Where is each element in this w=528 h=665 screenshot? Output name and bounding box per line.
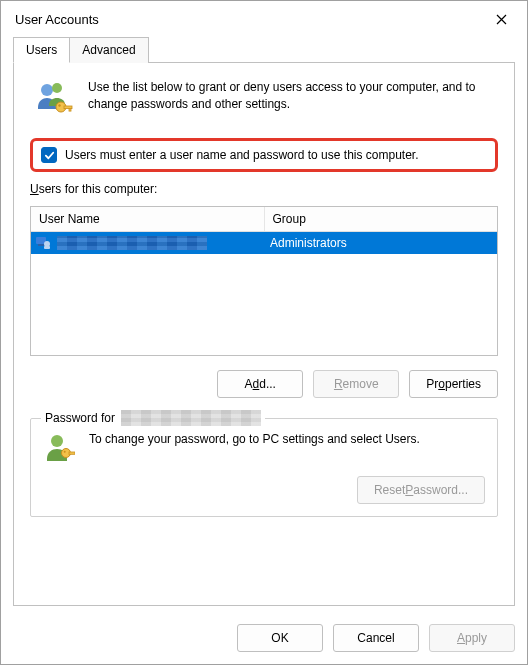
user-accounts-window: User Accounts Users Advanced [0, 0, 528, 665]
close-icon [496, 14, 507, 25]
tab-users[interactable]: Users [13, 37, 70, 63]
tab-strip: Users Advanced [13, 37, 515, 63]
cancel-button[interactable]: Cancel [333, 624, 419, 652]
list-header: User Name Group [31, 207, 497, 232]
intro-text: Use the list below to grant or deny user… [88, 79, 494, 114]
svg-point-12 [64, 451, 66, 453]
single-user-icon [43, 431, 75, 466]
apply-button: Apply [429, 624, 515, 652]
users-list[interactable]: User Name Group [30, 206, 498, 356]
check-icon [44, 150, 55, 161]
add-button[interactable]: Add... [217, 370, 303, 398]
user-buttons-row: Add... Remove Properties [30, 370, 498, 398]
svg-rect-9 [44, 246, 50, 249]
ok-button[interactable]: OK [237, 624, 323, 652]
svg-point-3 [58, 104, 60, 106]
password-legend: Password for [41, 410, 265, 426]
content-area: Users Advanced Use the l [1, 37, 527, 614]
col-username[interactable]: User Name [31, 207, 265, 231]
properties-button[interactable]: Properties [409, 370, 498, 398]
users-for-label: UUsers for this computer:sers for this c… [30, 182, 498, 196]
require-login-checkbox[interactable] [41, 147, 57, 163]
password-text: To change your password, go to PC settin… [89, 431, 420, 448]
intro-row: Use the list below to grant or deny user… [30, 79, 498, 128]
svg-rect-7 [38, 244, 44, 246]
window-title: User Accounts [15, 12, 479, 27]
list-rows: Administrators [31, 232, 497, 355]
svg-point-10 [51, 435, 63, 447]
require-login-highlight: Users must enter a user name and passwor… [30, 138, 498, 172]
svg-rect-13 [69, 452, 75, 454]
tab-advanced[interactable]: Advanced [69, 37, 148, 63]
dialog-button-bar: OK Cancel Apply [1, 614, 527, 664]
password-fieldset: Password for To change your password, [30, 418, 498, 517]
svg-point-1 [52, 83, 62, 93]
titlebar: User Accounts [1, 1, 527, 37]
username-redacted [57, 236, 207, 250]
user-row-icon [35, 235, 51, 252]
users-keys-icon [34, 79, 74, 122]
group-cell: Administrators [262, 236, 497, 250]
remove-button: Remove [313, 370, 399, 398]
reset-password-button: Reset Password... [357, 476, 485, 504]
require-login-label: Users must enter a user name and passwor… [65, 148, 419, 162]
tab-panel-users: Use the list below to grant or deny user… [13, 63, 515, 606]
close-button[interactable] [479, 4, 523, 34]
password-user-redacted [121, 410, 261, 426]
svg-rect-5 [69, 109, 71, 112]
col-group[interactable]: Group [265, 207, 498, 231]
svg-point-0 [41, 84, 53, 96]
table-row[interactable]: Administrators [31, 232, 497, 254]
